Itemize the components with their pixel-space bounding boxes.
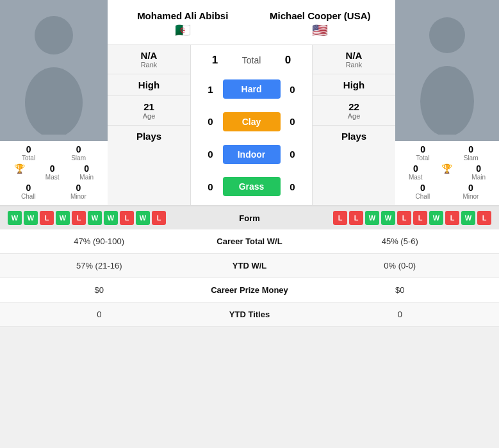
form-badge-left: L bbox=[120, 211, 134, 225]
left-mast-label: Mast bbox=[45, 174, 60, 181]
total-row: 1 Total 0 bbox=[191, 54, 312, 67]
hard-score-left: 1 bbox=[205, 84, 217, 95]
right-chall-cell: 0 Chall bbox=[416, 183, 430, 200]
right-total-cell: 0 Total bbox=[416, 144, 430, 162]
left-trophy-icon: 🏆 bbox=[14, 163, 25, 174]
form-badge-right: W bbox=[381, 211, 395, 225]
left-player-name-block: Mohamed Ali Abibsi 🇩🇿 bbox=[114, 5, 252, 42]
player-names-row: Mohamed Ali Abibsi 🇩🇿 Michael Cooper (US… bbox=[108, 0, 395, 45]
stats-row: 0 YTD Titles 0 bbox=[0, 303, 499, 327]
right-age-label: Age bbox=[313, 112, 395, 120]
right-slam-cell: 0 Slam bbox=[464, 144, 479, 162]
form-badge-left: W bbox=[8, 211, 22, 225]
page-wrapper: 0 Total 0 Slam 🏆 0 Mast bbox=[0, 0, 499, 327]
right-mast-label: Mast bbox=[409, 174, 423, 181]
stats-row: $0 Career Prize Money $0 bbox=[0, 278, 499, 303]
right-rank-cell: N/A Rank bbox=[313, 45, 395, 74]
right-plays-value: Plays bbox=[313, 131, 395, 142]
form-badge-right: L bbox=[445, 211, 459, 225]
indoor-row: 0 Indoor 0 bbox=[205, 145, 299, 164]
right-slam-value: 0 bbox=[464, 144, 479, 154]
indoor-score-right: 0 bbox=[287, 149, 299, 160]
right-player-flag: 🇺🇸 bbox=[252, 22, 389, 42]
form-badge-right: L bbox=[397, 211, 411, 225]
left-age-label: Age bbox=[108, 112, 190, 120]
right-player-name: Michael Cooper (USA) bbox=[252, 5, 389, 22]
right-plays-cell: Plays bbox=[313, 126, 395, 147]
left-slam-value: 0 bbox=[71, 144, 86, 154]
right-rank-value: N/A bbox=[313, 50, 395, 61]
right-chall-value: 0 bbox=[416, 183, 430, 193]
left-minor-label: Minor bbox=[70, 193, 86, 200]
left-rank-cell: N/A Rank bbox=[108, 45, 190, 74]
stats-right-val: 45% (5-6) bbox=[314, 236, 487, 246]
stats-label: YTD Titles bbox=[186, 310, 314, 319]
clay-badge: Clay bbox=[223, 112, 281, 131]
left-total-label: Total bbox=[22, 154, 35, 162]
form-badge-right: W bbox=[365, 211, 379, 225]
right-mast-value: 0 bbox=[409, 163, 423, 174]
left-slam-label: Slam bbox=[71, 154, 86, 162]
clay-score-left: 0 bbox=[205, 116, 217, 127]
indoor-badge: Indoor bbox=[223, 145, 281, 164]
left-age-cell: 21 Age bbox=[108, 96, 190, 126]
right-minor-label: Minor bbox=[462, 193, 479, 200]
form-label: Form bbox=[224, 213, 275, 223]
stats-label: YTD W/L bbox=[186, 261, 314, 270]
hard-score-right: 0 bbox=[287, 84, 299, 95]
left-mast-value: 0 bbox=[45, 163, 60, 174]
right-age-value: 22 bbox=[313, 101, 395, 112]
grass-label: Grass bbox=[239, 181, 265, 192]
left-player-flag: 🇩🇿 bbox=[114, 22, 252, 42]
stats-left-val: 57% (21-16) bbox=[13, 261, 186, 270]
right-main-value: 0 bbox=[471, 163, 486, 174]
svg-point-3 bbox=[420, 66, 474, 135]
bottom-stats-block: WWLWLWWLWL Form LLWWLLWLWL 47% (90-100) … bbox=[0, 206, 499, 327]
left-stats-box: N/A Rank High 21 Age Plays bbox=[108, 45, 191, 205]
left-high-cell: High bbox=[108, 74, 190, 96]
surfaces-column: 1 Total 0 1 Hard 0 0 bbox=[191, 45, 312, 205]
right-minor-cell: 0 Minor bbox=[462, 183, 479, 200]
right-minor-value: 0 bbox=[462, 183, 479, 193]
left-plays-value: Plays bbox=[108, 131, 190, 142]
left-high-value: High bbox=[108, 79, 190, 90]
left-minor-cell: 0 Minor bbox=[70, 183, 86, 200]
right-total-value: 0 bbox=[416, 144, 430, 154]
right-trophy-cell: 🏆 bbox=[441, 163, 452, 181]
right-total-label: Total bbox=[416, 154, 430, 162]
right-stats-box: N/A Rank High 22 Age Plays bbox=[312, 45, 395, 205]
form-badge-left: L bbox=[40, 211, 54, 225]
right-rank-label: Rank bbox=[313, 61, 395, 69]
indoor-label: Indoor bbox=[238, 149, 266, 160]
grass-row: 0 Grass 0 bbox=[205, 177, 299, 196]
right-main-cell: 0 Main bbox=[471, 163, 486, 181]
left-main-label: Main bbox=[79, 174, 94, 181]
right-player-stats-below: 0 Total 0 Slam 0 Mast 🏆 bbox=[395, 141, 499, 205]
stats-rows: 47% (90-100) Career Total W/L 45% (5-6) … bbox=[0, 229, 499, 327]
form-badge-left: W bbox=[56, 211, 70, 225]
stats-right-val: 0% (0-0) bbox=[314, 261, 487, 270]
right-high-cell: High bbox=[313, 74, 395, 96]
right-main-label: Main bbox=[471, 174, 486, 181]
form-left-badges: WWLWLWWLWL bbox=[8, 211, 224, 225]
left-chall-cell: 0 Chall bbox=[21, 183, 36, 200]
left-chall-label: Chall bbox=[21, 193, 36, 200]
right-chall-label: Chall bbox=[416, 193, 430, 200]
stats-left-val: $0 bbox=[13, 285, 186, 295]
right-slam-label: Slam bbox=[464, 154, 479, 162]
left-chall-value: 0 bbox=[21, 183, 36, 193]
stats-left-val: 47% (90-100) bbox=[13, 236, 186, 246]
left-total-value: 0 bbox=[22, 144, 35, 154]
svg-point-0 bbox=[35, 16, 73, 54]
svg-point-1 bbox=[25, 67, 83, 135]
left-main-cell: 0 Main bbox=[79, 163, 94, 181]
grass-score-right: 0 bbox=[287, 181, 299, 192]
stats-surfaces-row: N/A Rank High 21 Age Plays bbox=[108, 45, 395, 205]
total-score-right: 0 bbox=[282, 54, 294, 67]
left-rank-label: Rank bbox=[108, 61, 190, 69]
hard-label: Hard bbox=[241, 84, 262, 94]
stats-row: 57% (21-16) YTD W/L 0% (0-0) bbox=[0, 254, 499, 278]
right-player-name-block: Michael Cooper (USA) 🇺🇸 bbox=[252, 5, 389, 42]
left-mast-cell: 🏆 bbox=[14, 163, 25, 181]
hard-badge: Hard bbox=[223, 79, 281, 99]
